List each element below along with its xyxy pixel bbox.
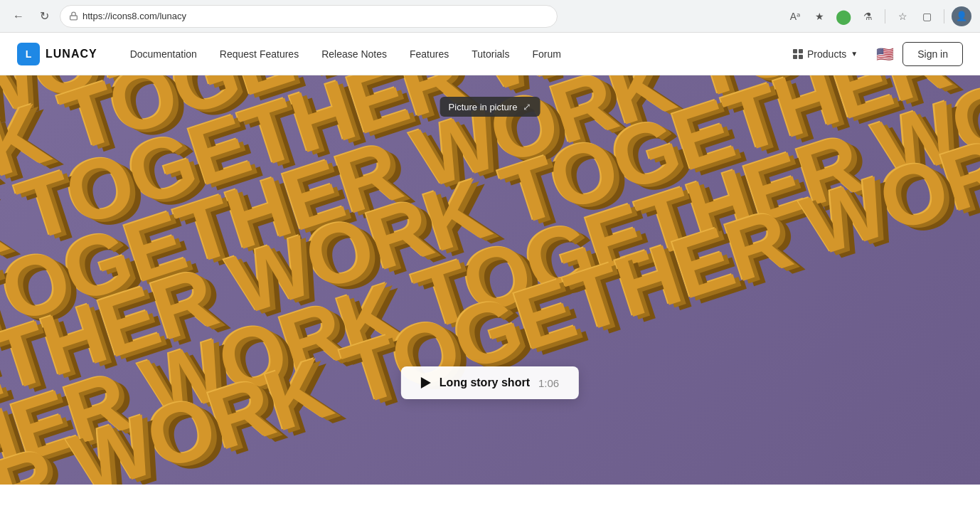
hero-section: WORK TOGETHER WORK TOGETHER WORK TOG RK … xyxy=(0,75,980,485)
grid-icon xyxy=(793,49,803,59)
collections-button[interactable]: ▢ xyxy=(917,6,937,26)
logo-text: LUNACY xyxy=(46,48,97,60)
reload-button[interactable]: ↻ xyxy=(34,6,54,26)
logo-area[interactable]: L LUNACY xyxy=(17,43,97,65)
pip-expand-icon: ⤢ xyxy=(523,101,531,112)
logo-letter: L xyxy=(26,48,32,60)
nav-link-documentation[interactable]: Documentation xyxy=(120,43,207,65)
divider xyxy=(885,9,885,23)
products-button[interactable]: Products ▼ xyxy=(783,43,868,65)
navbar: L LUNACY Documentation Request Features … xyxy=(0,33,980,75)
back-button[interactable]: ← xyxy=(9,6,28,26)
nav-link-request-features[interactable]: Request Features xyxy=(210,43,309,65)
nav-link-tutorials[interactable]: Tutorials xyxy=(462,43,519,65)
nav-link-features[interactable]: Features xyxy=(400,43,459,65)
divider-2 xyxy=(944,9,944,23)
star-button[interactable]: ★ xyxy=(809,6,829,26)
chevron-down-icon: ▼ xyxy=(851,50,858,58)
pip-tooltip: Picture in picture ⤢ xyxy=(440,97,540,117)
nav-links: Documentation Request Features Release N… xyxy=(120,43,783,65)
text-tool-button[interactable]: Aᵃ xyxy=(785,6,805,26)
video-duration: 1:06 xyxy=(538,377,559,389)
svg-rect-0 xyxy=(70,16,78,20)
products-label: Products xyxy=(807,48,846,60)
url-text: https://icons8.com/lunacy xyxy=(82,11,186,21)
text-pattern: WORK TOGETHER WORK TOGETHER WORK TOG RK … xyxy=(0,75,980,485)
browser-chrome: ← ↻ https://icons8.com/lunacy Aᵃ ★ ⬤ ⚗ ☆… xyxy=(0,0,980,33)
profile-button[interactable]: 👤 xyxy=(952,6,971,26)
address-bar[interactable]: https://icons8.com/lunacy xyxy=(60,5,558,28)
video-title: Long story short xyxy=(440,376,530,389)
nav-right: Products ▼ 🇺🇸 Sign in xyxy=(783,42,963,66)
language-flag[interactable]: 🇺🇸 xyxy=(876,46,894,63)
pip-text: Picture in picture xyxy=(449,102,518,112)
video-play-button[interactable]: Long story short 1:06 xyxy=(401,366,579,399)
sign-in-button[interactable]: Sign in xyxy=(902,42,963,66)
nav-link-forum[interactable]: Forum xyxy=(522,43,570,65)
nav-link-release-notes[interactable]: Release Notes xyxy=(311,43,397,65)
play-icon xyxy=(421,377,431,388)
extensions-button[interactable]: ⚗ xyxy=(858,6,878,26)
hero-background: WORK TOGETHER WORK TOGETHER WORK TOG RK … xyxy=(0,75,980,485)
browser-tools: Aᵃ ★ ⬤ ⚗ ☆ ▢ 👤 xyxy=(785,6,971,26)
lock-icon xyxy=(69,11,78,21)
ext-icon-1[interactable]: ⬤ xyxy=(833,6,853,26)
favorites-button[interactable]: ☆ xyxy=(893,6,912,26)
logo-icon: L xyxy=(17,43,40,65)
